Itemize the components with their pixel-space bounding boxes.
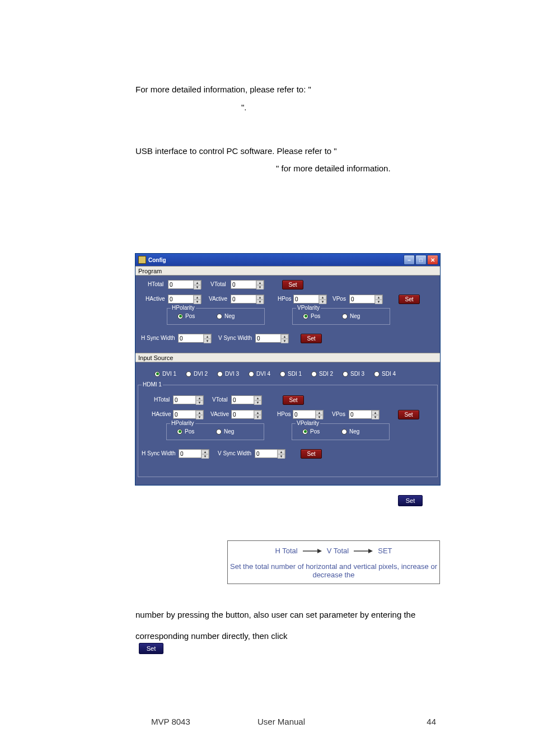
hdmi-hsyncw-field[interactable]: ▲▼ (179, 449, 209, 458)
para-1a: For more detailed information, please re… (135, 83, 311, 96)
para-after-3a: corresponding number directly, then clic… (135, 630, 288, 643)
maximize-button[interactable]: □ (415, 255, 427, 265)
instruction-box: H Total V Total SET Set the total number… (227, 540, 440, 584)
instr-htotal: H Total (275, 547, 297, 555)
label-vtotal: VTotal (210, 281, 226, 287)
hdmi1-frame: HDMI 1 HTotal ▲▼ VTotal ▲▼ Set HActive ▲ (138, 385, 438, 477)
instr-line2: Set the total number of horizontal and v… (228, 562, 439, 579)
vtotal-down[interactable]: ▼ (256, 285, 264, 290)
hpos-input[interactable] (294, 295, 318, 303)
vsyncw-input[interactable] (256, 334, 280, 342)
hactive-field[interactable]: ▲▼ (168, 295, 202, 304)
para-2b: " for more detailed information. (276, 162, 391, 175)
hpolarity-group: HPolarity Pos Neg (167, 308, 265, 325)
hdmi-hpolarity-group: HPolarity Pos Neg (166, 423, 264, 440)
hdmi-vpos-field[interactable]: ▲▼ (349, 410, 380, 419)
source-dvi1[interactable]: DVI 1 (154, 371, 176, 377)
vactive-input[interactable] (231, 295, 256, 303)
hdmi-label-hactive: HActive (152, 411, 171, 417)
set-total-button[interactable]: Set (282, 280, 303, 290)
hdmi-label-vactive: VActive (210, 411, 229, 417)
hdmi-label-vsyncw: V Sync Width (218, 450, 251, 456)
hdmi-label-hsyncw: H Sync Width (142, 450, 176, 456)
hpolarity-pos[interactable]: Pos (177, 313, 195, 319)
source-sdi2[interactable]: SDI 2 (311, 371, 333, 377)
para-after-2: number by pressing the button, also user… (135, 609, 441, 622)
footer-page: 44 (427, 717, 436, 726)
htotal-input[interactable] (168, 281, 193, 288)
hactive-input[interactable] (168, 295, 193, 303)
instr-vtotal: V Total (327, 547, 349, 555)
footer-title: User Manual (257, 717, 305, 726)
arrow-icon (303, 548, 322, 554)
hdmi-vpol-pos[interactable]: Pos (302, 428, 320, 435)
vpolarity-group: VPolarity Pos Neg (292, 308, 390, 325)
hdmi-set-sync-button[interactable]: Set (301, 449, 322, 459)
vtotal-up[interactable]: ▲ (256, 281, 264, 285)
close-button[interactable]: ✕ (427, 255, 438, 265)
section-input-source: Input Source (135, 353, 440, 362)
hdmi-vsyncw-field[interactable]: ▲▼ (255, 449, 285, 458)
para-1b: ". (241, 101, 247, 114)
label-hpos: HPos (278, 296, 291, 302)
vpolarity-neg[interactable]: Neg (342, 313, 360, 319)
hsyncw-field[interactable]: ▲▼ (178, 334, 212, 343)
minimize-button[interactable]: – (404, 255, 415, 265)
source-dvi4[interactable]: DVI 4 (249, 371, 270, 377)
label-hsyncw: H Sync Width (141, 335, 175, 341)
hdmi-hpol-neg[interactable]: Neg (216, 428, 234, 435)
hdmi-hactive-field[interactable]: ▲▼ (173, 410, 204, 419)
para-2a: USB interface to control PC software. Pl… (135, 145, 337, 158)
hdmi-htotal-field[interactable]: ▲▼ (173, 395, 204, 404)
htotal-down[interactable]: ▼ (194, 285, 201, 290)
legend-hdmi1: HDMI 1 (142, 381, 163, 388)
set-active-button[interactable]: Set (399, 295, 420, 304)
htotal-field[interactable]: ▲▼ (168, 280, 202, 289)
arrow-icon (354, 548, 373, 554)
label-vactive: VActive (209, 296, 227, 302)
vsyncw-field[interactable]: ▲▼ (255, 334, 289, 343)
svg-marker-1 (317, 549, 322, 553)
hpos-field[interactable]: ▲▼ (293, 295, 327, 304)
vpos-field[interactable]: ▲▼ (349, 295, 383, 304)
hdmi-label-vtotal: VTotal (212, 396, 228, 403)
source-sdi3[interactable]: SDI 3 (343, 371, 364, 377)
svg-marker-3 (368, 549, 373, 553)
hdmi-vactive-field[interactable]: ▲▼ (231, 410, 262, 419)
window-title: Config (148, 257, 166, 263)
footer-model: MVP 8043 (151, 717, 190, 726)
htotal-up[interactable]: ▲ (194, 281, 201, 285)
legend-vpolarity: VPolarity (296, 305, 321, 311)
vactive-field[interactable]: ▲▼ (231, 295, 264, 304)
hdmi-hpol-pos[interactable]: Pos (177, 428, 194, 435)
source-sdi4[interactable]: SDI 4 (374, 371, 396, 377)
config-window: Config – □ ✕ Program HTotal ▲▼ VTotal ▲▼… (135, 253, 441, 486)
hsyncw-input[interactable] (179, 334, 203, 342)
hdmi-vtotal-field[interactable]: ▲▼ (231, 395, 262, 404)
titlebar: Config – □ ✕ (135, 254, 440, 266)
legend-hpolarity: HPolarity (171, 305, 196, 311)
instr-set: SET (378, 547, 392, 555)
hdmi-label-htotal: HTotal (154, 396, 170, 403)
hdmi-vpolarity-group: VPolarity Pos Neg (292, 423, 390, 440)
vtotal-input[interactable] (231, 281, 256, 288)
vtotal-field[interactable]: ▲▼ (231, 280, 264, 289)
hdmi-label-vpos: VPos (332, 411, 345, 417)
hdmi-set-active-button[interactable]: Set (398, 410, 419, 419)
page-set-button-1[interactable]: Set (398, 495, 423, 506)
label-vsyncw: V Sync Width (218, 335, 252, 341)
vpos-input[interactable] (350, 295, 374, 303)
label-htotal: HTotal (148, 281, 163, 287)
set-sync-button[interactable]: Set (301, 334, 322, 343)
page-set-button-2[interactable]: Set (139, 643, 163, 654)
vpolarity-pos[interactable]: Pos (303, 313, 320, 319)
hdmi-hpos-field[interactable]: ▲▼ (293, 410, 324, 419)
source-sdi1[interactable]: SDI 1 (280, 371, 302, 377)
hdmi-vpol-neg[interactable]: Neg (341, 428, 359, 435)
source-dvi2[interactable]: DVI 2 (186, 371, 208, 377)
source-dvi3[interactable]: DVI 3 (217, 371, 239, 377)
hpolarity-neg[interactable]: Neg (217, 313, 235, 319)
hdmi-set-total-button[interactable]: Set (283, 395, 304, 405)
section-program: Program (135, 266, 440, 276)
app-icon (138, 256, 146, 264)
